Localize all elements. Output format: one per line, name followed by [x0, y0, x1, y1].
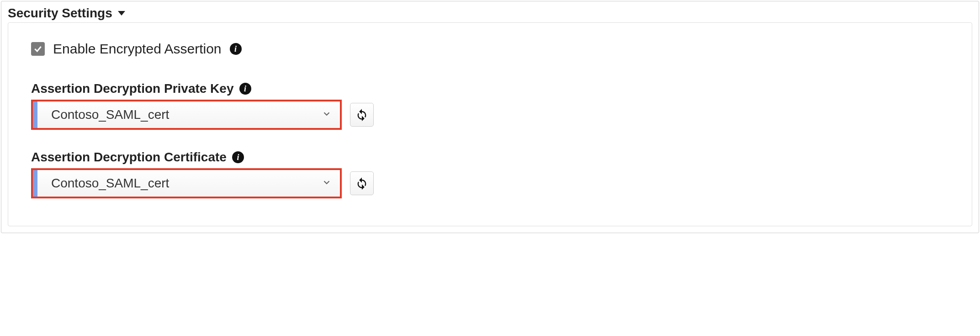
- security-settings-container: Security Settings Enable Encrypted Asser…: [1, 1, 979, 233]
- assertion-decryption-private-key-group: Assertion Decryption Private Key i Conto…: [31, 81, 949, 130]
- chevron-down-icon: [322, 177, 332, 189]
- private-key-select-highlight: Contoso_SAML_cert: [31, 100, 342, 130]
- security-settings-header-toggle[interactable]: Security Settings: [8, 6, 972, 21]
- assertion-decryption-private-key-label: Assertion Decryption Private Key: [31, 81, 234, 96]
- checkmark-icon: [33, 44, 42, 53]
- field-label-row: Assertion Decryption Private Key i: [31, 81, 949, 96]
- assertion-decryption-private-key-select[interactable]: Contoso_SAML_cert: [33, 101, 340, 128]
- certificate-refresh-button[interactable]: [350, 171, 374, 195]
- enable-encrypted-assertion-row: Enable Encrypted Assertion i: [31, 41, 949, 57]
- select-row: Contoso_SAML_cert: [31, 168, 949, 198]
- private-key-refresh-button[interactable]: [350, 103, 374, 127]
- security-settings-panel: Enable Encrypted Assertion i Assertion D…: [8, 22, 972, 226]
- info-icon[interactable]: i: [230, 43, 242, 55]
- enable-encrypted-assertion-label: Enable Encrypted Assertion: [53, 41, 222, 57]
- info-icon[interactable]: i: [239, 83, 251, 95]
- field-label-row: Assertion Decryption Certificate i: [31, 150, 949, 165]
- select-value: Contoso_SAML_cert: [51, 107, 322, 122]
- caret-down-icon: [118, 11, 125, 16]
- certificate-select-highlight: Contoso_SAML_cert: [31, 168, 342, 198]
- section-title: Security Settings: [8, 6, 112, 21]
- assertion-decryption-certificate-group: Assertion Decryption Certificate i Conto…: [31, 150, 949, 198]
- chevron-down-icon: [322, 109, 332, 121]
- select-value: Contoso_SAML_cert: [51, 176, 322, 191]
- enable-encrypted-assertion-checkbox[interactable]: [31, 42, 45, 56]
- refresh-icon: [355, 177, 368, 190]
- select-row: Contoso_SAML_cert: [31, 100, 949, 130]
- refresh-icon: [355, 108, 368, 121]
- assertion-decryption-certificate-select[interactable]: Contoso_SAML_cert: [33, 170, 340, 197]
- assertion-decryption-certificate-label: Assertion Decryption Certificate: [31, 150, 227, 165]
- info-icon[interactable]: i: [232, 151, 244, 163]
